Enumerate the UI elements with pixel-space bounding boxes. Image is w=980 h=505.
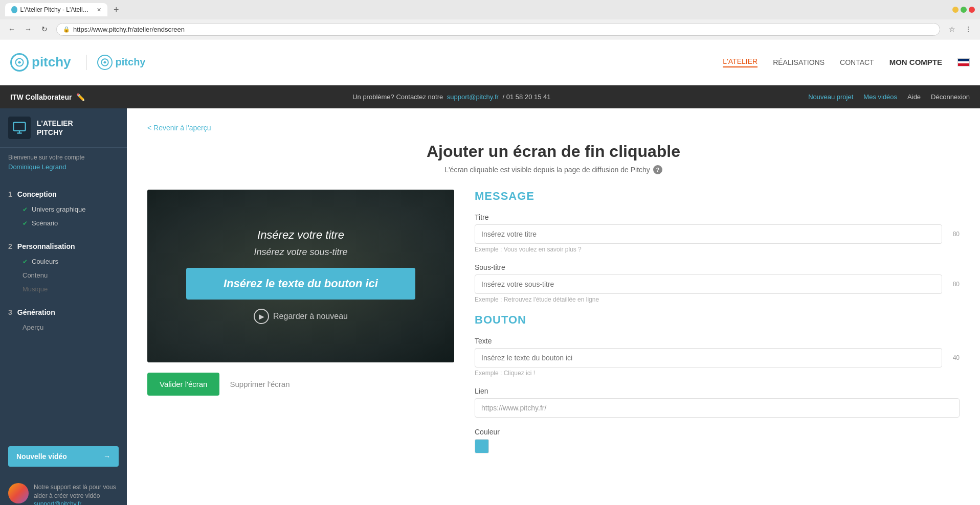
sidebar-item-apercu[interactable]: Aperçu [0,320,127,334]
sidebar-item-univers-label: Univers graphique [32,205,86,213]
lien-form-group: Lien [475,387,960,418]
nav-mon-compte[interactable]: MON COMPTE [889,58,942,66]
browser-back-button[interactable]: ← [5,22,18,36]
logo-circle-secondary [97,55,113,70]
sidebar-item-couleurs[interactable]: ✔ Couleurs [0,255,127,268]
section-1-num: 1 [8,190,12,198]
lien-input[interactable] [475,398,960,418]
arrow-right-icon: → [103,452,110,461]
editor-layout: Insérez votre titre Insérez votre sous-t… [147,190,960,464]
video-title-preview: Insérez votre titre [257,228,344,242]
titre-input[interactable] [475,224,942,244]
browser-nav-buttons: ← → ↻ [5,22,51,36]
window-close-button[interactable] [969,7,975,13]
main-layout: L'ATELIER PITCHY Bienvenue sur votre com… [0,108,980,505]
new-tab-button[interactable]: + [114,5,119,15]
video-replay[interactable]: ▶ Regarder à nouveau [254,309,348,324]
address-input[interactable] [73,26,933,33]
check-icon-couleurs: ✔ [23,258,28,265]
bouton-texte-char-count: 40 [947,354,960,361]
sidebar-item-apercu-label: Aperçu [23,324,43,331]
browser-menu-button[interactable]: ⋮ [962,22,975,36]
sidebar-section-personnalisation: 2 Personnalisation ✔ Couleurs Contenu Mu… [0,234,127,300]
bouton-section-title: BOUTON [475,313,960,327]
help-tooltip-icon[interactable]: ? [653,165,662,174]
browser-forward-button[interactable]: → [21,22,35,36]
new-project-link[interactable]: Nouveau projet [808,93,853,101]
project-name: ITW Collaborateur [10,93,72,101]
page-subtitle: L'écran cliquable est visible depuis la … [147,165,960,174]
sidebar-item-contenu-label: Contenu [23,271,48,279]
sidebar-item-musique: Musique [0,282,127,296]
bouton-texte-form-group: Texte 40 Exemple : Cliquez ici ! [475,337,960,377]
video-preview: Insérez votre titre Insérez votre sous-t… [147,190,454,362]
couleur-label: Couleur [475,428,960,436]
browser-address-bar[interactable]: 🔒 [56,23,940,36]
bouton-texte-input[interactable] [475,348,942,368]
main-logo[interactable]: pitchy [10,53,71,72]
browser-tab-close[interactable]: ✕ [97,7,101,13]
soustitre-input-row: 80 [475,274,960,294]
validate-button[interactable]: Valider l'écran [147,373,219,396]
back-link[interactable]: < Revenir à l'aperçu [147,124,211,132]
window-controls [952,7,975,13]
video-content: Insérez votre titre Insérez votre sous-t… [147,218,454,334]
window-minimize-button[interactable] [952,7,959,13]
content-area: < Revenir à l'aperçu Ajouter un écran de… [127,108,980,505]
secondary-logo[interactable]: pitchy [86,55,146,70]
browser-titlebar: L'Atelier Pitchy - L'Atelier Pitchy ✕ + [0,0,980,19]
page-subtitle-text: L'écran cliquable est visible depuis la … [444,166,650,174]
sidebar: L'ATELIER PITCHY Bienvenue sur votre com… [0,108,127,505]
section-2-label: Personnalisation [17,242,75,250]
sidebar-item-contenu[interactable]: Contenu [0,268,127,282]
sidebar-item-univers[interactable]: ✔ Univers graphique [0,202,127,216]
window-maximize-button[interactable] [961,7,967,13]
nav-atelier[interactable]: L'ATELIER [723,57,758,67]
sidebar-section-3-header[interactable]: 3 Génération [0,304,127,320]
support-label: Un problème? Contactez notre [352,93,443,101]
browser-star-button[interactable]: ☆ [945,22,959,36]
lien-label: Lien [475,387,960,395]
sidebar-section-2-header[interactable]: 2 Personnalisation [0,238,127,255]
preview-column: Insérez votre titre Insérez votre sous-t… [147,190,454,396]
support-email-link[interactable]: support@pitchy.fr [447,93,499,101]
bouton-texte-example: Exemple : Cliquez ici ! [475,370,960,377]
logo-circle-main [10,53,29,72]
sidebar-support-link[interactable]: support@pitchy.fr [34,500,119,505]
soustitre-input[interactable] [475,274,942,294]
lock-icon: 🔒 [63,26,70,33]
language-flag-icon[interactable] [957,58,970,66]
section-2-num: 2 [8,242,12,250]
sidebar-item-scenario[interactable]: ✔ Scénario [0,216,127,230]
sidebar-section-1-header[interactable]: 1 Conception [0,186,127,202]
video-subtitle-preview: Insérez votre sous-titre [254,247,347,258]
browser-tab[interactable]: L'Atelier Pitchy - L'Atelier Pitchy ✕ [5,3,107,16]
nav-realisations[interactable]: RÉALISATIONS [773,58,825,66]
top-navigation: pitchy pitchy L'ATELIER RÉALISATIONS CON… [0,39,980,85]
video-replay-text: Regarder à nouveau [273,312,348,321]
sidebar-user-name[interactable]: Dominique Legrand [0,163,127,177]
sidebar-support: Notre support est là pour vous aider à c… [8,483,119,505]
titre-label: Titre [475,213,960,221]
my-videos-link[interactable]: Mes vidéos [863,93,897,101]
video-button-preview[interactable]: Insérez le texte du bouton ici [186,268,415,300]
help-link[interactable]: Aide [907,93,921,101]
section-3-num: 3 [8,308,12,316]
section-1-label: Conception [17,190,57,198]
browser-reload-button[interactable]: ↻ [38,22,51,36]
couleur-input-row [475,439,960,453]
sidebar-header-title: L'ATELIER PITCHY [37,119,73,137]
support-avatar [8,483,29,503]
nav-contact[interactable]: CONTACT [840,58,874,66]
logout-link[interactable]: Déconnexion [931,93,970,101]
delete-button[interactable]: Supprimer l'écran [230,380,289,388]
browser-tab-favicon [11,6,17,13]
sidebar-header: L'ATELIER PITCHY [0,108,127,148]
project-edit-icon[interactable]: ✏️ [76,93,85,101]
color-swatch[interactable] [475,439,489,453]
sidebar-item-musique-label: Musique [23,285,48,293]
browser-tab-title: L'Atelier Pitchy - L'Atelier Pitchy [20,6,92,13]
browser-controls: ← → ↻ 🔒 ☆ ⋮ [0,19,980,39]
nouvelle-video-button[interactable]: Nouvelle vidéo → [8,446,119,467]
page-title: Ajouter un écran de fin cliquable [147,142,960,161]
